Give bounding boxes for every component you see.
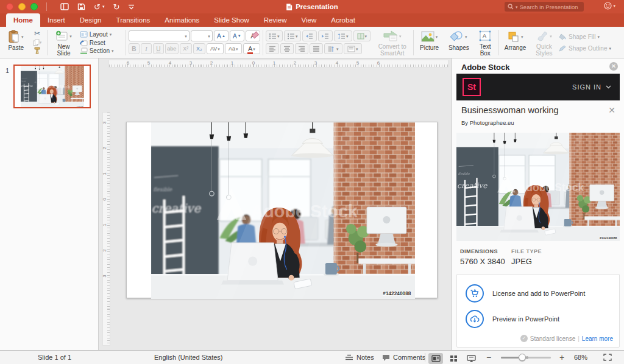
layout-button[interactable]: Layout▾: [80, 30, 123, 38]
convert-to-smartart-button[interactable]: ▾ Convert toSmartArt: [374, 29, 411, 57]
shape-outline-button[interactable]: Shape Outline▾: [559, 44, 621, 52]
format-painter-button[interactable]: [34, 47, 41, 55]
subscript-button[interactable]: X₂: [193, 43, 205, 54]
comments-toggle[interactable]: Comments: [382, 351, 425, 364]
cart-add-icon: [470, 289, 480, 298]
dimensions-value: 5760 X 3840: [460, 257, 505, 266]
tab-insert[interactable]: Insert: [40, 13, 73, 27]
slide-editor-canvas[interactable]: 65 43 21 01 23 45 6 32 10 12 3: [99, 58, 451, 350]
underline-button[interactable]: U: [153, 43, 164, 54]
columns-button[interactable]: ▾: [353, 30, 370, 41]
search-scope-caret[interactable]: ▾: [516, 5, 518, 9]
numbering-button[interactable]: ▾: [284, 30, 301, 41]
font-size-select[interactable]: ▾: [191, 30, 213, 41]
quick-styles-button[interactable]: ▾ QuickStyles: [531, 29, 557, 57]
section-button[interactable]: Section▾: [80, 47, 123, 55]
paste-button[interactable]: ▾ Paste: [4, 29, 28, 57]
decrease-indent-icon: [305, 33, 313, 40]
strikethrough-button[interactable]: abe: [165, 43, 179, 54]
text-direction-button[interactable]: ▾: [324, 43, 342, 54]
save-icon[interactable]: [77, 3, 85, 10]
close-image-icon[interactable]: ✕: [608, 105, 615, 115]
increase-font-size-button[interactable]: A▲: [214, 30, 229, 41]
decrease-font-size-button[interactable]: A▼: [230, 30, 244, 41]
learn-more-link[interactable]: Learn more: [582, 335, 613, 342]
close-panel-icon[interactable]: ✕: [609, 62, 618, 71]
license-and-add-button[interactable]: License and add to PowerPoint: [466, 284, 585, 303]
slide-image[interactable]: [151, 122, 415, 299]
tab-review[interactable]: Review: [257, 13, 294, 27]
arrange-button[interactable]: ▾ Arrange: [502, 29, 530, 57]
redo-button[interactable]: ↻: [113, 2, 119, 12]
copy-button[interactable]: ▾: [33, 39, 42, 46]
close-window-button[interactable]: [6, 3, 13, 10]
feedback-menu[interactable]: ▾: [604, 2, 615, 10]
align-right-button[interactable]: [295, 43, 308, 54]
customize-toolbar-icon[interactable]: [128, 4, 135, 10]
align-left-button[interactable]: [266, 43, 279, 54]
tab-home[interactable]: Home: [6, 13, 40, 27]
zoom-out-button[interactable]: −: [486, 351, 491, 364]
bullets-button[interactable]: ▾: [266, 30, 283, 41]
zoom-slider-thumb[interactable]: [519, 354, 526, 361]
zoom-slider[interactable]: [501, 351, 551, 364]
search-input[interactable]: [520, 4, 581, 10]
line-spacing-button[interactable]: ▾: [334, 30, 352, 41]
bold-button[interactable]: B: [129, 43, 140, 54]
undo-button[interactable]: ↺▾: [94, 2, 104, 12]
window-controls: [6, 3, 38, 10]
change-case-button[interactable]: Aa▾: [225, 43, 242, 54]
slide[interactable]: [126, 122, 438, 298]
slideshow-view-button[interactable]: [464, 353, 478, 364]
increase-indent-button[interactable]: [318, 30, 333, 41]
minimize-window-button[interactable]: [18, 3, 26, 10]
slide-sorter-view-button[interactable]: [446, 353, 461, 364]
zoom-in-button[interactable]: +: [559, 351, 564, 364]
align-center-button[interactable]: [280, 43, 294, 54]
language-indicator[interactable]: English (United States): [154, 351, 223, 364]
font-name-select[interactable]: ▾: [129, 30, 190, 41]
character-spacing-button[interactable]: AV▾: [207, 43, 224, 54]
section-icon: [80, 47, 88, 54]
zoom-level[interactable]: 68%: [574, 351, 587, 364]
new-slide-button[interactable]: ▾ NewSlide: [49, 29, 77, 57]
shape-fill-button[interactable]: Shape Fill▾: [559, 33, 621, 41]
powerpoint-window: ↺▾ ↻ Presentation ▾ ▾ Home Insert Design…: [0, 0, 624, 364]
chevron-down-icon: [606, 85, 611, 89]
tab-transitions[interactable]: Transitions: [109, 13, 158, 27]
fit-to-window-button[interactable]: [603, 351, 612, 364]
paste-clipboard-icon: [9, 30, 20, 43]
slide-thumbnail[interactable]: [13, 65, 91, 108]
font-color-button[interactable]: A▾: [243, 43, 260, 54]
tab-view[interactable]: View: [294, 13, 324, 27]
tab-slide-show[interactable]: Slide Show: [207, 13, 257, 27]
align-text-button[interactable]: ▾: [344, 43, 362, 54]
decrease-indent-button[interactable]: [302, 30, 317, 41]
clear-formatting-button[interactable]: A: [246, 30, 260, 41]
justify-button[interactable]: [310, 43, 323, 54]
reset-button[interactable]: Reset: [80, 39, 123, 47]
notes-toggle[interactable]: Notes: [345, 351, 374, 364]
align-left-icon: [269, 46, 276, 52]
slide-counter[interactable]: Slide 1 of 1: [38, 351, 71, 364]
stock-image-preview[interactable]: [456, 133, 620, 241]
picture-button[interactable]: ▾ Picture: [416, 29, 443, 57]
search-icon: [508, 4, 514, 10]
cut-button[interactable]: ✂: [34, 30, 40, 37]
slide-sorter-icon: [450, 355, 458, 362]
tab-design[interactable]: Design: [73, 13, 109, 27]
superscript-button[interactable]: X²: [180, 43, 192, 54]
italic-button[interactable]: I: [141, 43, 152, 54]
tab-acrobat[interactable]: Acrobat: [324, 13, 363, 27]
text-box-button[interactable]: A TextBox: [475, 29, 496, 57]
divider: [47, 30, 48, 55]
increase-indent-icon: [321, 33, 329, 40]
tab-animations[interactable]: Animations: [157, 13, 207, 27]
shapes-button[interactable]: ▾ Shapes: [445, 29, 473, 57]
toggle-sidebar-icon[interactable]: [60, 3, 69, 10]
zoom-window-button[interactable]: [30, 3, 38, 10]
sign-in-button[interactable]: SIGN IN: [572, 83, 611, 91]
adobe-stock-panel: Adobe Stock ✕ St SIGN IN Businesswoman w…: [451, 58, 624, 350]
preview-in-powerpoint-button[interactable]: Preview in PowerPoint: [466, 310, 559, 328]
normal-view-button[interactable]: [428, 353, 443, 364]
